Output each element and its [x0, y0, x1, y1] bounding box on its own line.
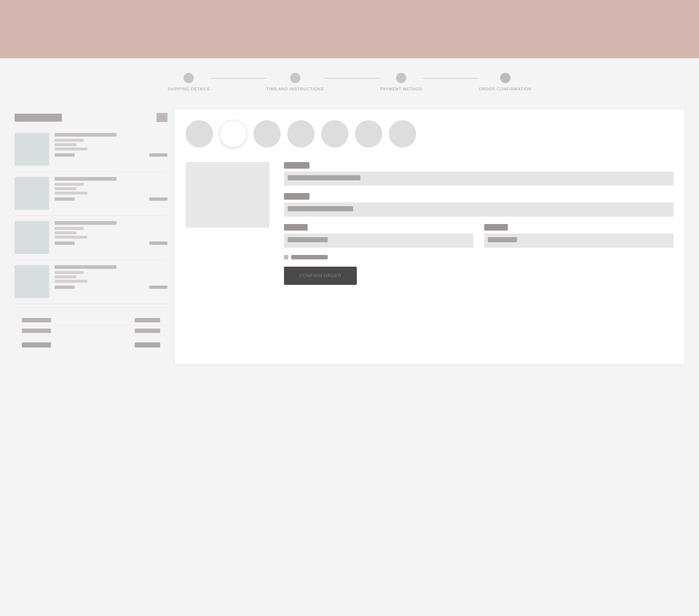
item-details [55, 133, 167, 166]
info-col-right [484, 224, 674, 248]
checkbox-label [291, 255, 328, 259]
step-circle-shipping [183, 73, 194, 83]
avatar-7[interactable] [389, 120, 416, 148]
info-block-2 [284, 193, 674, 217]
item-price [149, 197, 167, 201]
info-value-2 [288, 206, 353, 211]
summary-total-label [22, 342, 51, 348]
summary-label [22, 318, 51, 322]
summary-row-shipping [15, 326, 167, 336]
item-sub-1 [55, 227, 84, 230]
cart-item [15, 172, 167, 216]
info-block-1 [284, 162, 674, 186]
item-price-row [55, 242, 167, 245]
info-col-label-left [284, 224, 308, 231]
summary-row-total [15, 338, 167, 352]
step-circle-time [290, 73, 300, 83]
order-confirmation-panel: CONFIRM ORDER [175, 109, 684, 364]
avatar-5[interactable] [321, 120, 348, 148]
left-panel [15, 109, 167, 364]
step-line-2 [324, 78, 380, 79]
main-content: CONFIRM ORDER [0, 102, 699, 379]
item-price-row [55, 286, 167, 289]
item-details [55, 177, 167, 210]
checkbox[interactable] [284, 255, 288, 259]
item-name [55, 265, 116, 269]
info-col-value-left [288, 237, 328, 242]
item-price-row [55, 153, 167, 157]
step-label-confirmation: ORDER CONFIRMATION [479, 87, 532, 91]
item-sub-1 [55, 271, 84, 274]
item-sub-2 [55, 187, 76, 190]
item-price [149, 286, 167, 289]
cart-title [15, 114, 62, 122]
avatar-1[interactable] [186, 120, 213, 148]
step-circle-confirmation [500, 73, 510, 83]
item-sub-2 [55, 143, 76, 146]
step-circle-payment [396, 73, 406, 83]
cart-header [15, 109, 167, 127]
right-info-area: CONFIRM ORDER [284, 162, 674, 285]
stepper-container: SHIPPING DETAILS TIME AND INSTRUCTIONS P… [0, 58, 699, 102]
item-sub-2 [55, 231, 76, 234]
item-image [15, 177, 49, 210]
item-qty [55, 197, 75, 201]
step-time: TIME AND INSTRUCTIONS [266, 73, 324, 91]
header-banner [0, 0, 699, 58]
cart-item [15, 127, 167, 172]
step-confirmation: ORDER CONFIRMATION [479, 73, 532, 91]
item-details [55, 221, 167, 254]
summary-value [135, 329, 160, 333]
info-label-2 [284, 193, 309, 200]
info-col-value-right [488, 237, 517, 242]
cart-item [15, 260, 167, 304]
item-sub-1 [55, 139, 84, 142]
avatar-4[interactable] [287, 120, 315, 148]
right-image-area [186, 162, 273, 285]
info-col-left [284, 224, 473, 248]
item-sub-3 [55, 236, 87, 239]
order-summary [15, 307, 167, 352]
step-shipping: SHIPPING DETAILS [167, 73, 210, 91]
item-details [55, 265, 167, 298]
item-name [55, 221, 116, 225]
avatar-3[interactable] [253, 120, 281, 148]
confirm-order-button[interactable]: CONFIRM ORDER [284, 267, 357, 285]
step-label-payment: PAYMENT METHOD [380, 87, 422, 91]
info-col-label-right [484, 224, 508, 231]
summary-value [135, 318, 160, 322]
step-label-shipping: SHIPPING DETAILS [167, 87, 210, 91]
item-qty [55, 153, 75, 157]
item-sub-3 [55, 280, 87, 283]
info-value-1 [288, 175, 360, 180]
item-sub-3 [55, 192, 87, 195]
cart-icon [157, 113, 167, 122]
item-name [55, 133, 116, 137]
summary-label [22, 329, 51, 333]
summary-total-value [135, 342, 160, 348]
item-price-row [55, 197, 167, 201]
info-two-col [284, 224, 674, 248]
step-label-time: TIME AND INSTRUCTIONS [266, 87, 324, 91]
step-payment: PAYMENT METHOD [380, 73, 422, 91]
step-line-3 [422, 78, 479, 79]
item-sub-1 [55, 183, 84, 186]
avatar-6[interactable] [355, 120, 382, 148]
item-image [15, 221, 49, 254]
item-sub-3 [55, 148, 87, 150]
item-price [149, 153, 167, 157]
item-qty [55, 242, 75, 245]
cart-item [15, 216, 167, 260]
avatar-2-selected[interactable] [220, 120, 247, 148]
right-main: CONFIRM ORDER [186, 162, 674, 285]
item-sub-2 [55, 275, 76, 278]
checkbox-row [284, 255, 674, 259]
info-label-1 [284, 162, 309, 169]
confirm-button-label: CONFIRM ORDER [299, 273, 341, 278]
item-image [15, 265, 49, 298]
item-price [149, 242, 167, 245]
item-qty [55, 286, 75, 289]
avatar-row [186, 120, 674, 148]
item-name [55, 177, 116, 181]
product-image [186, 162, 269, 228]
